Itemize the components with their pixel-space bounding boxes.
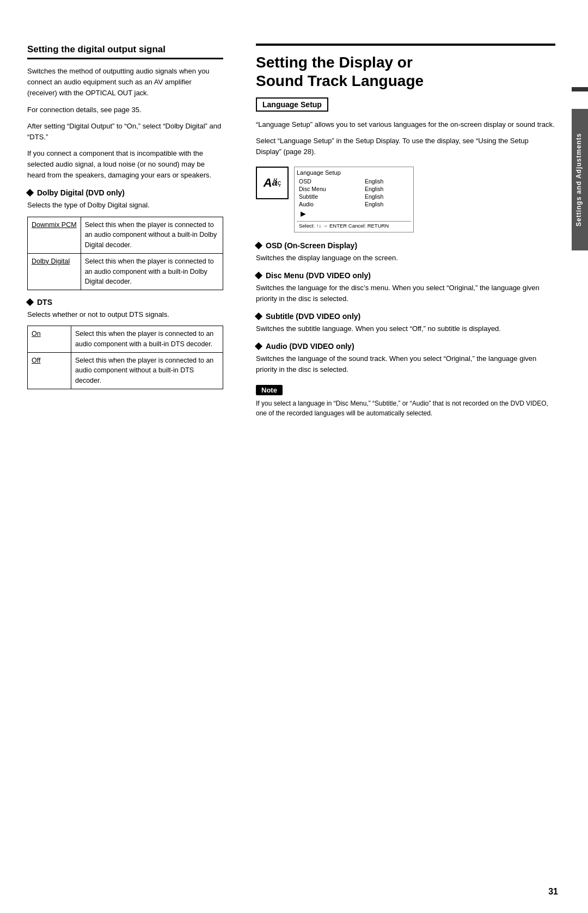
screen-row: SubtitleEnglish — [297, 193, 411, 200]
top-rule — [256, 44, 555, 46]
right-intro-text: “Language Setup” allows you to set vario… — [256, 119, 555, 130]
subtitle-text: Switches the subtitle language. When you… — [256, 323, 555, 334]
dolby-intro: Selects the type of Dolby Digital signal… — [27, 200, 223, 211]
dolby-table: Downmix PCMSelect this when the player i… — [27, 217, 223, 291]
option-cell: Dolby Digital — [28, 253, 81, 290]
diamond-icon-audio — [255, 342, 262, 350]
lang-setup-mockup: Aäç Language Setup OSDEnglishDisc MenuEn… — [256, 167, 555, 232]
disc-menu-text: Switches the language for the disc’s men… — [256, 283, 555, 304]
screen-title: Language Setup — [297, 169, 411, 176]
dts-section-title: DTS — [27, 298, 223, 307]
lang-icon: Aäç — [256, 167, 289, 199]
screen-row: OSDEnglish — [297, 177, 411, 185]
diamond-icon-dts — [26, 298, 34, 306]
desc-cell: Select this when the player is connected… — [81, 217, 223, 253]
option-cell: Downmix PCM — [28, 217, 81, 253]
page-number: 31 — [548, 887, 558, 897]
left-digital-output-note: After setting “Digital Output” to “On,” … — [27, 121, 223, 143]
desc-cell: Select this when the player is connected… — [81, 253, 223, 290]
lang-setup-screen: Language Setup OSDEnglishDisc MenuEnglis… — [294, 167, 414, 232]
disc-menu-section-title: Disc Menu (DVD VIDEO only) — [256, 271, 555, 280]
setup-instruction: Select “Language Setup” in the Setup Dis… — [256, 136, 555, 157]
note-text: If you select a language in “Disc Menu,”… — [256, 399, 555, 418]
desc-cell: Select this when the player is connected… — [71, 326, 223, 353]
option-cell: Off — [28, 352, 71, 389]
desc-cell: Select this when the player is connected… — [71, 352, 223, 389]
left-section-title: Setting the digital output signal — [27, 44, 223, 59]
table-row: Dolby DigitalSelect this when the player… — [28, 253, 223, 290]
screen-bottom-bar: Select: ↑↓ → ENTER Cancel: RETURN — [297, 221, 411, 230]
option-cell: On — [28, 326, 71, 353]
screen-row: Disc MenuEnglish — [297, 185, 411, 193]
side-tab-bar — [572, 87, 588, 91]
table-row: Downmix PCMSelect this when the player i… — [28, 217, 223, 253]
audio-section-title: Audio (DVD VIDEO only) — [256, 342, 555, 351]
diamond-icon — [26, 189, 34, 197]
left-incompatible-note: If you connect a component that is incom… — [27, 148, 223, 181]
screen-row: AudioEnglish — [297, 200, 411, 208]
table-row: OffSelect this when the player is connec… — [28, 352, 223, 389]
dolby-section-title: Dolby Digital (DVD only) — [27, 188, 223, 197]
side-tab-label: Settings and Adjustments — [572, 109, 588, 250]
dts-intro: Selects whether or not to output DTS sig… — [27, 309, 223, 320]
left-intro-text: Switches the method of outputting audio … — [27, 66, 223, 99]
note-label: Note — [256, 385, 283, 395]
right-column: Setting the Display or Sound Track Langu… — [240, 22, 588, 891]
diamond-icon-osd — [255, 242, 262, 249]
table-row: OnSelect this when the player is connect… — [28, 326, 223, 353]
dts-table: OnSelect this when the player is connect… — [27, 326, 223, 389]
subtitle-section-title: Subtitle (DVD VIDEO only) — [256, 312, 555, 321]
left-connection-note: For connection details, see page 35. — [27, 105, 223, 115]
diamond-icon-subtitle — [255, 312, 262, 320]
audio-text: Switches the language of the sound track… — [256, 353, 555, 375]
note-box: Note If you select a language in “Disc M… — [256, 385, 555, 418]
screen-arrow: ► — [297, 208, 411, 220]
left-column: Setting the digital output signal Switch… — [0, 22, 240, 891]
right-section-title: Setting the Display or Sound Track Langu… — [256, 53, 555, 90]
language-setup-label: Language Setup — [256, 97, 328, 112]
osd-section-title: OSD (On-Screen Display) — [256, 241, 555, 250]
osd-text: Switches the display language on the scr… — [256, 253, 555, 264]
diamond-icon-disc — [255, 272, 262, 279]
